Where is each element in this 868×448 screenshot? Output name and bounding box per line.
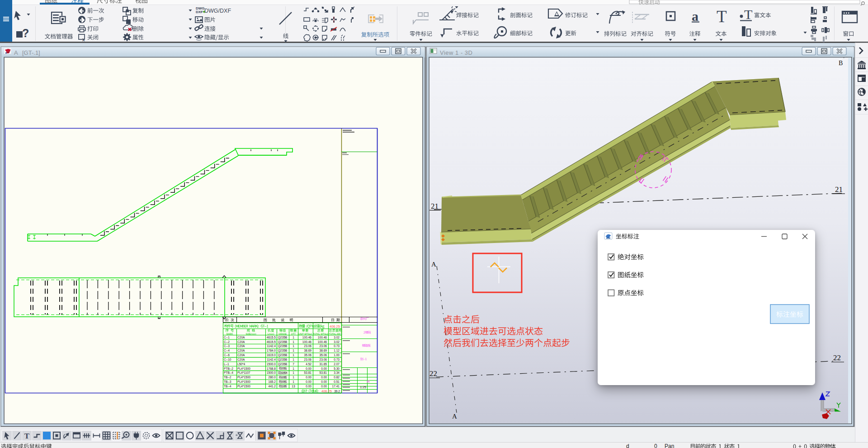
svg-text:Pan: Pan	[665, 443, 674, 448]
svg-text:d: d	[626, 443, 629, 448]
svg-text:T: T	[24, 432, 30, 440]
svg-text:0: 0	[654, 443, 657, 448]
